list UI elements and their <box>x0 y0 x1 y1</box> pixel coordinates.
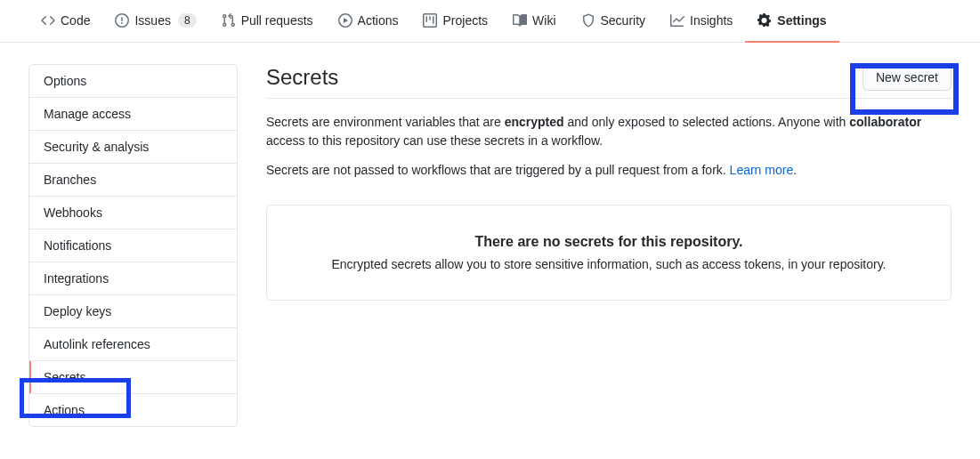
new-secret-button[interactable]: New secret <box>863 64 952 91</box>
tab-issues[interactable]: Issues 8 <box>102 0 208 43</box>
settings-container: Options Manage access Security & analysi… <box>0 43 980 448</box>
secrets-description-1: Secrets are environment variables that a… <box>266 113 952 150</box>
tab-label: Settings <box>777 13 826 28</box>
sidebar-item-manage-access[interactable]: Manage access <box>29 98 237 131</box>
repo-topnav: Code Issues 8 Pull requests Actions Proj… <box>0 0 980 43</box>
blankslate-text: Encrypted secrets allow you to store sen… <box>303 257 915 271</box>
shield-icon <box>581 13 595 28</box>
sidebar-item-security-analysis[interactable]: Security & analysis <box>29 131 237 164</box>
learn-more-link[interactable]: Learn more <box>730 163 794 177</box>
tab-label: Wiki <box>532 13 555 28</box>
sidebar-item-options[interactable]: Options <box>29 65 237 98</box>
tab-label: Insights <box>690 13 733 28</box>
graph-icon <box>670 13 684 28</box>
tab-label: Projects <box>442 13 488 28</box>
tab-label: Pull requests <box>241 13 313 28</box>
issue-icon <box>115 13 129 28</box>
sidebar-item-deploy-keys[interactable]: Deploy keys <box>29 295 237 328</box>
tab-security[interactable]: Security <box>569 0 659 43</box>
tab-settings[interactable]: Settings <box>745 0 838 43</box>
issues-count: 8 <box>178 13 197 28</box>
tab-wiki[interactable]: Wiki <box>500 0 568 43</box>
tab-label: Actions <box>358 13 399 28</box>
sidebar-item-integrations[interactable]: Integrations <box>29 262 237 295</box>
sidebar-item-autolink[interactable]: Autolink references <box>29 328 237 361</box>
sidebar-item-secrets[interactable]: Secrets <box>29 361 237 394</box>
sidebar-item-actions[interactable]: Actions <box>29 394 237 426</box>
tab-code[interactable]: Code <box>28 0 102 43</box>
gear-icon <box>757 13 772 28</box>
tab-label: Code <box>61 13 90 28</box>
tab-pull-requests[interactable]: Pull requests <box>209 0 326 43</box>
blankslate-heading: There are no secrets for this repository… <box>303 234 915 250</box>
secrets-subhead: Secrets New secret <box>266 64 952 99</box>
tab-label: Issues <box>134 13 170 28</box>
pr-icon <box>222 13 236 28</box>
tab-label: Security <box>601 13 646 28</box>
sidebar-item-webhooks[interactable]: Webhooks <box>29 197 237 230</box>
settings-sidebar: Options Manage access Security & analysi… <box>28 64 238 427</box>
settings-menu: Options Manage access Security & analysi… <box>28 64 238 427</box>
book-icon <box>513 13 527 28</box>
tab-projects[interactable]: Projects <box>410 0 500 43</box>
page-title: Secrets <box>266 65 338 90</box>
secrets-description-2: Secrets are not passed to workflows that… <box>266 161 952 180</box>
tab-insights[interactable]: Insights <box>658 0 745 43</box>
sidebar-item-notifications[interactable]: Notifications <box>29 230 237 262</box>
code-icon <box>41 13 55 28</box>
settings-main: Secrets New secret Secrets are environme… <box>266 64 952 427</box>
sidebar-item-branches[interactable]: Branches <box>29 164 237 197</box>
secrets-blankslate: There are no secrets for this repository… <box>266 205 952 301</box>
tab-actions[interactable]: Actions <box>326 0 411 43</box>
project-icon <box>423 13 437 28</box>
play-icon <box>338 13 352 28</box>
